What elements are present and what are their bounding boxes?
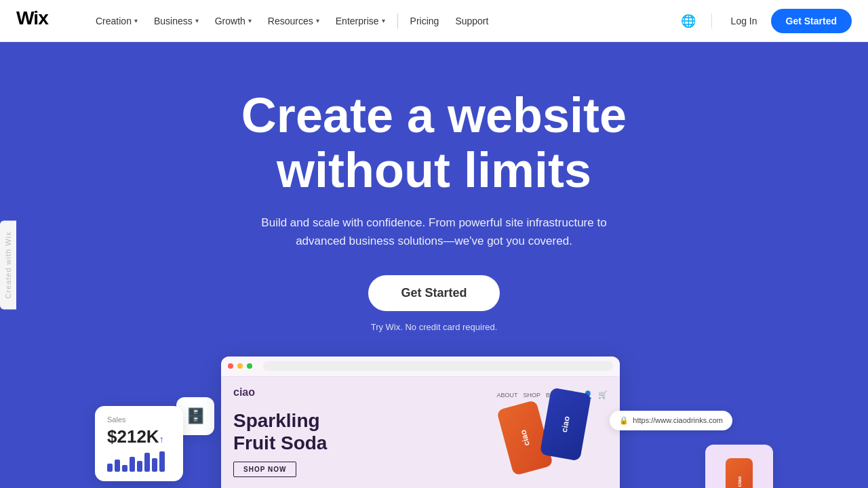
chevron-down-icon: ▾	[195, 17, 199, 24]
navbar: Wix Creation ▾ Business ▾ Growth ▾ Resou…	[0, 0, 868, 42]
nav-enterprise[interactable]: Enterprise ▾	[329, 12, 392, 30]
nav-get-started-button[interactable]: Get Started	[771, 9, 852, 33]
hero-title: Create a website without limits	[241, 88, 627, 197]
sales-value: $212K↑	[107, 426, 171, 447]
login-button[interactable]: Log In	[726, 12, 763, 30]
chevron-down-icon: ▾	[248, 17, 252, 24]
sales-label: Sales	[107, 415, 171, 424]
hero-section: Created with Wix Create a website withou…	[0, 42, 868, 488]
nav-growth[interactable]: Growth ▾	[208, 12, 258, 30]
url-badge: 🔒 https://www.ciaodrinks.com	[610, 411, 732, 430]
svg-text:Wix: Wix	[16, 8, 49, 28]
hero-note: Try Wix. No credit card required.	[371, 322, 498, 332]
nav-support[interactable]: Support	[448, 12, 495, 30]
lock-icon: 🔒	[619, 416, 629, 425]
browser-topbar	[221, 357, 620, 377]
created-with-wix-label: Created with Wix	[0, 220, 16, 309]
browser-window: ciao ABOUT SHOP BLOG 🔍 👤 🛒 Sparkling Fru…	[221, 357, 620, 488]
product-can: ciao	[726, 458, 753, 488]
browser-mockup: 🗄️ Sales $212K↑	[217, 357, 651, 488]
shop-now-button[interactable]: SHOP NOW	[233, 462, 296, 477]
chart-bar	[159, 451, 165, 472]
can-blue-label: ciao	[559, 415, 572, 433]
nav-creation[interactable]: Creation ▾	[89, 12, 144, 30]
browser-close-dot	[228, 363, 233, 369]
nav-resources[interactable]: Resources ▾	[261, 12, 326, 30]
chart-bar	[115, 460, 120, 472]
chart-bar	[137, 461, 142, 472]
database-icon: 🗄️	[186, 407, 205, 425]
chart-bar	[152, 458, 157, 472]
product-card: ciao	[705, 445, 773, 488]
chevron-down-icon: ▾	[382, 17, 385, 24]
nav-business[interactable]: Business ▾	[147, 12, 205, 30]
hero-subtitle: Build and scale with confidence. From po…	[258, 214, 610, 250]
nav-right: 🌐 Log In Get Started	[679, 9, 852, 33]
wix-logo[interactable]: Wix	[16, 8, 67, 33]
chart-bar	[144, 453, 150, 472]
cans-decoration: ciao ciao	[464, 384, 599, 488]
globe-icon[interactable]: 🌐	[679, 12, 698, 30]
can-blue: ciao	[540, 387, 591, 461]
url-text: https://www.ciaodrinks.com	[633, 416, 723, 424]
nav-links: Creation ▾ Business ▾ Growth ▾ Resources…	[89, 12, 679, 30]
chevron-down-icon: ▾	[316, 17, 319, 24]
sales-chart	[107, 451, 171, 472]
can-orange-label: ciao	[518, 428, 532, 447]
hero-get-started-button[interactable]: Get Started	[368, 275, 499, 311]
ciao-brand: ciao	[233, 386, 255, 399]
sales-card: Sales $212K↑	[95, 406, 183, 481]
chart-bar	[107, 464, 113, 472]
product-can-label: ciao	[736, 476, 742, 487]
nav-vertical-divider	[711, 14, 712, 28]
cart-icon: 🛒	[598, 390, 608, 399]
browser-maximize-dot	[247, 363, 252, 369]
chart-bar	[130, 457, 135, 472]
chart-bar	[122, 465, 127, 472]
chevron-down-icon: ▾	[134, 17, 138, 24]
nav-pricing[interactable]: Pricing	[403, 12, 446, 30]
wix-logo-svg: Wix	[16, 8, 67, 28]
browser-minimize-dot	[237, 363, 243, 369]
browser-content: ciao ABOUT SHOP BLOG 🔍 👤 🛒 Sparkling Fru…	[221, 377, 620, 488]
nav-divider	[397, 14, 398, 28]
